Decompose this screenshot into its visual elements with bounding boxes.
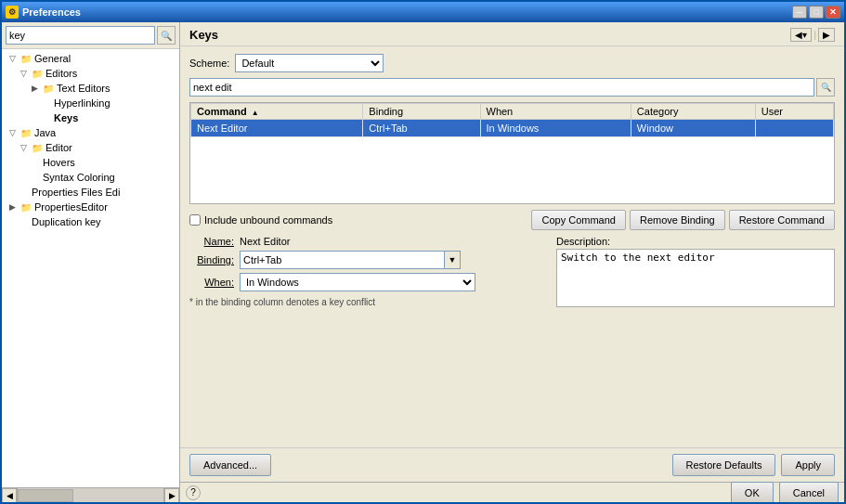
name-label: Name:: [189, 236, 234, 247]
filter-input[interactable]: [189, 78, 814, 97]
tree-search-input[interactable]: [6, 26, 155, 45]
expand-icon-java: ▽: [9, 128, 19, 137]
nav-arrows: ◀▾ | ▶: [790, 28, 835, 42]
tree-search-button[interactable]: 🔍: [157, 26, 176, 45]
status-bar: ? OK Cancel: [180, 482, 844, 502]
nav-back-button[interactable]: ◀▾: [790, 28, 812, 42]
cell-when: In Windows: [480, 120, 631, 137]
keys-table: Command ▲ Binding When Cat: [190, 103, 834, 137]
bottom-bar: Advanced... Restore Defaults Apply: [180, 447, 844, 482]
table-row[interactable]: Next Editor Ctrl+Tab In Windows Window ▲: [191, 120, 834, 137]
bottom-right-buttons: Restore Defaults Apply: [672, 454, 835, 476]
scroll-left-button[interactable]: ◀: [2, 488, 17, 503]
close-button[interactable]: ✕: [826, 6, 840, 19]
nav-divider: |: [813, 30, 816, 40]
tree-item-java[interactable]: ▽ 📁 Java: [2, 125, 179, 140]
tree-label-props-editor: PropertiesEditor: [34, 201, 108, 213]
when-select[interactable]: In Windows In Dialogs In Windows and Dia…: [240, 273, 475, 291]
tree-label-editors: Editors: [46, 68, 77, 79]
maximize-button[interactable]: □: [809, 6, 824, 19]
description-textarea[interactable]: Switch to the next editor: [556, 249, 835, 307]
expand-icon-general: ▽: [9, 54, 19, 63]
folder-icon-java: 📁: [20, 128, 32, 138]
left-panel-scrollbar: ◀ ▶: [2, 487, 179, 502]
tree-label-syntax-coloring: Syntax Coloring: [43, 172, 115, 183]
tree-label-java: Java: [34, 127, 56, 138]
tree-label-text-editors: Text Editors: [57, 83, 110, 94]
conflict-icon: ▲: [761, 122, 773, 135]
folder-icon-editor: 📁: [32, 143, 43, 153]
folder-icon-props-editor: 📁: [20, 202, 32, 213]
binding-dropdown-button[interactable]: ▼: [444, 251, 461, 269]
cell-binding: Ctrl+Tab: [363, 120, 480, 137]
tree-item-properties-editor[interactable]: ▶ 📁 PropertiesEditor: [2, 200, 179, 214]
help-button[interactable]: ?: [186, 485, 201, 500]
col-binding[interactable]: Binding: [363, 104, 480, 120]
scroll-thumb: [18, 489, 73, 502]
tree-item-general[interactable]: ▽ 📁 General: [2, 51, 179, 66]
remove-binding-button[interactable]: Remove Binding: [630, 210, 725, 230]
when-label: When:: [189, 277, 234, 288]
tree-item-editors[interactable]: ▽ 📁 Editors: [2, 66, 179, 81]
scroll-right-button[interactable]: ▶: [164, 488, 179, 503]
tree-label-general: General: [34, 53, 71, 64]
filter-search-button[interactable]: 🔍: [816, 78, 835, 97]
tree-item-text-editors[interactable]: ▶ 📁 Text Editors: [2, 81, 179, 96]
restore-defaults-button[interactable]: Restore Defaults: [672, 454, 776, 476]
tree-item-editor[interactable]: ▽ 📁 Editor: [2, 140, 179, 155]
nav-forward-button[interactable]: ▶: [818, 28, 835, 42]
col-command-label: Command: [197, 106, 247, 117]
cell-command: Next Editor: [191, 120, 363, 137]
preferences-window: ⚙ Preferences ─ □ ✕ 🔍 ▽ 📁 General: [0, 0, 846, 504]
binding-label: Binding:: [189, 254, 234, 265]
include-unbound-checkbox[interactable]: [189, 214, 201, 226]
when-row: When: In Windows In Dialogs In Windows a…: [189, 273, 547, 291]
sort-arrow-command: ▲: [252, 109, 259, 117]
tree-item-hyperlinking[interactable]: Hyperlinking: [2, 96, 179, 110]
right-description: Description: Switch to the next editor: [556, 236, 835, 307]
col-category-label: Category: [637, 106, 679, 117]
tree-label-hovers: Hovers: [43, 157, 75, 168]
expand-icon-editors: ▽: [20, 69, 30, 78]
col-when[interactable]: When: [480, 104, 631, 120]
binding-input-wrap: ▼: [240, 251, 547, 269]
action-buttons-row: Copy Command Remove Binding Restore Comm…: [531, 210, 835, 230]
window-title: Preferences: [22, 6, 788, 18]
col-binding-label: Binding: [369, 106, 403, 117]
col-when-label: When: [487, 106, 514, 117]
minimize-button[interactable]: ─: [792, 6, 807, 19]
scheme-select[interactable]: Default Emacs Microsoft Visual Studio: [235, 54, 384, 72]
col-user[interactable]: User: [755, 104, 833, 120]
expand-icon-text-editors: ▶: [32, 84, 41, 93]
copy-command-button[interactable]: Copy Command: [531, 210, 625, 230]
include-unbound-label: Include unbound commands: [204, 214, 332, 226]
tree-label-editor: Editor: [46, 142, 72, 153]
apply-button[interactable]: Apply: [781, 454, 835, 476]
expand-icon-props-editor: ▶: [9, 202, 19, 212]
left-details: Name: Next Editor Binding: ▼ When:: [189, 236, 547, 307]
tree-label-props-files: Properties Files Edi: [32, 187, 120, 198]
scheme-row: Scheme: Default Emacs Microsoft Visual S…: [189, 54, 835, 72]
tree-item-keys[interactable]: Keys: [2, 110, 179, 125]
title-buttons: ─ □ ✕: [792, 6, 840, 19]
bottom-left-buttons: Advanced...: [189, 454, 271, 476]
cell-user: ▲: [755, 120, 833, 137]
tree-item-syntax-coloring[interactable]: Syntax Coloring: [2, 170, 179, 185]
table-header-row: Command ▲ Binding When Cat: [191, 104, 834, 120]
tree-item-hovers[interactable]: Hovers: [2, 155, 179, 170]
restore-command-button[interactable]: Restore Command: [729, 210, 835, 230]
tree-item-duplication-key[interactable]: Duplication key: [2, 214, 179, 229]
col-command[interactable]: Command ▲: [191, 104, 363, 120]
ok-button[interactable]: OK: [731, 482, 774, 503]
col-category[interactable]: Category: [631, 104, 755, 120]
name-row: Name: Next Editor: [189, 236, 547, 247]
cancel-button[interactable]: Cancel: [779, 482, 839, 503]
right-body: Scheme: Default Emacs Microsoft Visual S…: [180, 46, 844, 447]
left-panel: 🔍 ▽ 📁 General ▽ 📁 Editors: [2, 22, 180, 502]
scheme-label: Scheme:: [189, 58, 229, 69]
binding-input[interactable]: [240, 251, 444, 269]
advanced-button[interactable]: Advanced...: [189, 454, 271, 476]
checkbox-row: Include unbound commands: [189, 214, 332, 226]
tree-item-properties-files-editor[interactable]: Properties Files Edi: [2, 185, 179, 200]
folder-icon-general: 📁: [20, 54, 32, 64]
